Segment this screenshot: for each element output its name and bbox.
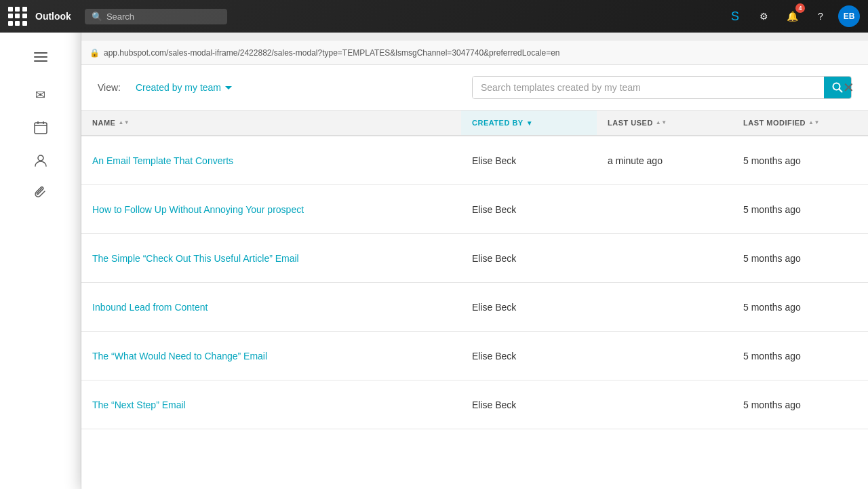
last-modified-cell: 5 months ago (732, 389, 868, 421)
template-link[interactable]: Inbound Lead from Content (92, 302, 208, 313)
notification-icon[interactable]: 🔔 4 (781, 5, 803, 27)
notification-badge: 4 (795, 3, 805, 13)
last-modified-cell: 5 months ago (732, 242, 868, 275)
created-by-cell: Elise Beck (461, 291, 597, 324)
browser-window: HubSpot Sales 🔒 app.hubspot.com/sales-mo… (81, 14, 868, 489)
name-sort-icon: ▲▼ (118, 120, 130, 125)
col-header-last-used[interactable]: LAST USED ▲▼ (597, 111, 732, 135)
table-row: The Simple “Check Out This Useful Articl… (81, 234, 868, 283)
address-bar: 🔒 app.hubspot.com/sales-modal-iframe/242… (81, 41, 868, 65)
template-name-cell: Inbound Lead from Content (81, 291, 461, 324)
last-modified-cell: 5 months ago (732, 193, 868, 226)
template-name-cell: An Email Template That Converts (81, 144, 461, 177)
template-name-cell: The “Next Step” Email (81, 389, 461, 421)
last-used-cell: a minute ago (597, 144, 732, 177)
address-text: app.hubspot.com/sales-modal-iframe/24228… (104, 48, 560, 58)
calendar-icon[interactable] (27, 114, 54, 141)
template-name-cell: The Simple “Check Out This Useful Articl… (81, 242, 461, 275)
template-link[interactable]: The “Next Step” Email (92, 399, 186, 410)
skype-icon[interactable]: S (724, 5, 746, 27)
created-by-sort-icon: ▼ (526, 119, 533, 127)
templates-table: NAME ▲▼ CREATED BY ▼ LAST USED ▲▼ LAST M… (81, 111, 868, 489)
last-used-cell (597, 394, 732, 416)
col-header-created-by[interactable]: CREATED BY ▼ (461, 111, 597, 135)
svg-rect-0 (35, 123, 47, 134)
last-modified-sort-icon: ▲▼ (808, 120, 820, 125)
last-used-cell (597, 296, 732, 318)
last-modified-cell: 5 months ago (732, 144, 868, 177)
view-label: View: (98, 82, 121, 93)
people-icon[interactable] (27, 146, 54, 174)
os-top-bar: Outlook 🔍 S ⚙ 🔔 4 ? EB (0, 0, 868, 33)
template-link[interactable]: The Simple “Check Out This Useful Articl… (92, 253, 299, 264)
col-header-last-modified[interactable]: LAST MODIFIED ▲▼ (732, 111, 868, 135)
table-row: The “What Would Need to Change” Email El… (81, 332, 868, 380)
help-icon[interactable]: ? (810, 5, 831, 27)
last-used-cell (597, 248, 732, 269)
app-name: Outlook (35, 11, 71, 22)
table-header: NAME ▲▼ CREATED BY ▼ LAST USED ▲▼ LAST M… (81, 111, 868, 136)
search-box[interactable] (472, 76, 852, 99)
created-by-cell: Elise Beck (461, 242, 597, 275)
svg-point-4 (38, 155, 43, 161)
lock-icon: 🔒 (90, 48, 100, 58)
template-link[interactable]: How to Follow Up Without Annoying Your p… (92, 204, 304, 215)
template-link[interactable]: The “What Would Need to Change” Email (92, 351, 267, 361)
view-dropdown-value: Created by my team (136, 82, 221, 93)
modal-header: View: Created by my team ✕ (81, 65, 868, 111)
template-name-cell: The “What Would Need to Change” Email (81, 340, 461, 372)
last-modified-cell: 5 months ago (732, 291, 868, 324)
chevron-down-icon (225, 86, 232, 90)
table-body: An Email Template That Converts Elise Be… (81, 136, 868, 429)
hamburger-menu-icon[interactable] (27, 43, 54, 71)
table-row: The “Next Step” Email Elise Beck 5 month… (81, 380, 868, 429)
avatar[interactable]: EB (838, 5, 860, 27)
last-used-sort-icon: ▲▼ (656, 120, 667, 125)
last-modified-cell: 5 months ago (732, 340, 868, 372)
last-used-cell (597, 199, 732, 220)
template-name-cell: How to Follow Up Without Annoying Your p… (81, 193, 461, 226)
os-search-bar[interactable]: 🔍 (85, 9, 227, 24)
settings-icon[interactable]: ⚙ (753, 5, 774, 27)
close-button[interactable]: ✕ (840, 78, 857, 97)
view-dropdown[interactable]: Created by my team (132, 79, 236, 96)
created-by-cell: Elise Beck (461, 389, 597, 421)
last-used-cell (597, 345, 732, 367)
waffle-icon[interactable] (8, 7, 27, 26)
mail-icon[interactable]: ✉ (27, 81, 54, 109)
table-row: How to Follow Up Without Annoying Your p… (81, 185, 868, 234)
table-row: Inbound Lead from Content Elise Beck 5 m… (81, 283, 868, 332)
col-header-name[interactable]: NAME ▲▼ (81, 111, 461, 135)
paperclip-icon[interactable] (27, 179, 54, 206)
created-by-cell: Elise Beck (461, 340, 597, 372)
search-input[interactable] (473, 77, 824, 98)
template-link[interactable]: An Email Template That Converts (92, 155, 233, 166)
os-search-input[interactable] (106, 12, 220, 22)
created-by-cell: Elise Beck (461, 193, 597, 226)
left-sidebar: ✉ (0, 33, 81, 489)
modal-content: View: Created by my team ✕ (81, 65, 868, 489)
created-by-cell: Elise Beck (461, 144, 597, 177)
table-row: An Email Template That Converts Elise Be… (81, 136, 868, 185)
